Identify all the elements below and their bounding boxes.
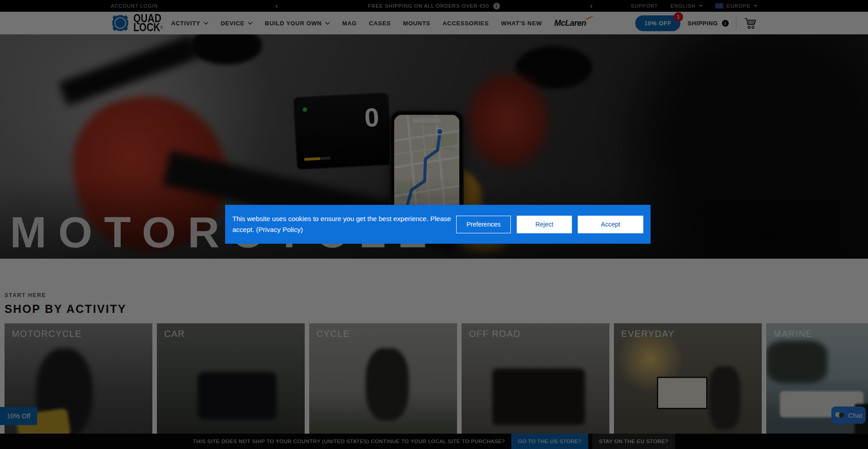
cookie-message: This website uses cookies to ensure you … — [232, 213, 456, 235]
accept-button[interactable]: Accept — [578, 216, 643, 233]
privacy-policy-link[interactable]: (Privacy Policy) — [256, 226, 303, 233]
cookie-consent-banner: This website uses cookies to ensure you … — [225, 205, 651, 244]
reject-button[interactable]: Reject — [517, 216, 572, 233]
preferences-button[interactable]: Preferences — [456, 216, 511, 233]
